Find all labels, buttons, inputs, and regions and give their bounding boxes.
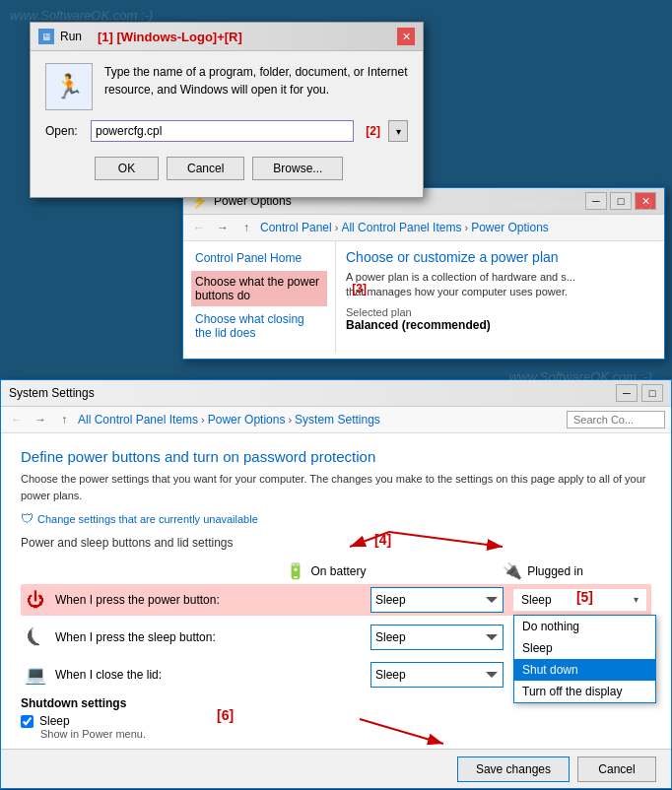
power-button-label: When I press the power button: bbox=[50, 593, 366, 607]
power-button-icon: ⏻ bbox=[21, 585, 50, 615]
power-nav-bar: ← → ↑ Control Panel › All Control Panel … bbox=[183, 215, 664, 241]
power-body: Control Panel Home Choose what the power… bbox=[183, 241, 664, 353]
power-main-heading: Choose or customize a power plan bbox=[346, 249, 654, 265]
nav-up-arrow[interactable]: ↑ bbox=[236, 218, 256, 237]
dropdown-arrow-icon: ▾ bbox=[634, 594, 638, 605]
run-main-icon: 🏃 bbox=[45, 63, 93, 110]
run-ok-button[interactable]: OK bbox=[95, 157, 159, 180]
sys-search-input[interactable] bbox=[567, 411, 665, 428]
power-main-desc1: A power plan is a collection of hardware… bbox=[346, 270, 654, 285]
power-plugged-value-text: Sleep bbox=[521, 593, 552, 607]
lid-label: When I close the lid: bbox=[50, 668, 366, 682]
breadcrumb-item2[interactable]: All Control Panel Items bbox=[341, 221, 461, 234]
sys-maximize-button[interactable]: □ bbox=[641, 384, 663, 402]
sys-nav-forward[interactable]: → bbox=[31, 410, 50, 429]
sys-breadcrumb: All Control Panel Items › Power Options … bbox=[78, 413, 563, 427]
sys-footer: Save changes Cancel bbox=[1, 749, 671, 788]
sys-description: Choose the power settings that you want … bbox=[21, 471, 651, 503]
nav-back-arrow[interactable]: ← bbox=[189, 218, 209, 237]
sys-nav-bar: ← → ↑ All Control Panel Items › Power Op… bbox=[1, 407, 671, 433]
run-step1-label: [1] [Windows-Logo]+[R] bbox=[98, 30, 242, 44]
sleep-button-label: When I press the sleep button: bbox=[50, 630, 366, 644]
sys-change-link[interactable]: 🛡 Change settings that are currently una… bbox=[21, 511, 651, 526]
breadcrumb-item3[interactable]: Power Options bbox=[471, 221, 549, 234]
run-close-button[interactable]: ✕ bbox=[397, 28, 415, 45]
power-button-row: ⏻ When I press the power button: Sleep D… bbox=[21, 584, 651, 616]
col-header-battery-label: On battery bbox=[310, 564, 366, 578]
lid-icon: 💻 bbox=[21, 660, 50, 690]
sys-breadcrumb-item2[interactable]: Power Options bbox=[208, 413, 286, 427]
sys-subsection-title: Power and sleep buttons and lid settings bbox=[21, 536, 651, 550]
shutdown-sleep-checkbox[interactable] bbox=[21, 715, 34, 728]
shutdown-sleep-row: Sleep bbox=[21, 714, 651, 728]
step3-label: [3] bbox=[352, 282, 367, 296]
shutdown-sleep-label: Sleep bbox=[39, 714, 70, 728]
sys-breadcrumb-item3[interactable]: System Settings bbox=[295, 413, 380, 427]
sys-title-controls: ─ □ bbox=[616, 384, 663, 402]
shield-icon: 🛡 bbox=[21, 511, 34, 526]
run-titlebar-left: 🖥 Run [1] [Windows-Logo]+[R] bbox=[38, 29, 242, 44]
power-battery-dropdown[interactable]: Sleep Do nothing Shut down Turn off the … bbox=[370, 587, 504, 613]
sys-body: Define power buttons and turn on passwor… bbox=[1, 433, 671, 755]
power-options-close[interactable]: ✕ bbox=[635, 192, 656, 210]
run-description: Type the name of a program, folder, docu… bbox=[104, 63, 408, 99]
lid-battery-dropdown-area: Sleep Do nothing Shut down bbox=[370, 662, 504, 688]
save-changes-button[interactable]: Save changes bbox=[457, 757, 570, 782]
lid-battery-dropdown[interactable]: Sleep Do nothing Shut down bbox=[370, 662, 504, 688]
power-sidebar-buttons[interactable]: Choose what the power buttons do [3] bbox=[191, 271, 327, 306]
run-command-input[interactable] bbox=[91, 120, 354, 142]
power-sidebar-home[interactable]: Control Panel Home bbox=[191, 249, 327, 267]
sleep-battery-dropdown[interactable]: Sleep Do nothing Shut down bbox=[370, 625, 504, 650]
sys-change-link-text: Change settings that are currently unava… bbox=[37, 513, 258, 525]
step5-label: [5] bbox=[576, 589, 593, 605]
power-main-desc2: that manages how your computer uses powe… bbox=[346, 285, 654, 299]
sys-heading: Define power buttons and turn on passwor… bbox=[21, 448, 651, 465]
power-plan-name: Balanced (recommended) bbox=[346, 318, 654, 332]
dropdown-option-sleep[interactable]: Sleep bbox=[514, 637, 655, 659]
system-settings-window: System Settings ─ □ ← → ↑ All Control Pa… bbox=[0, 379, 672, 789]
run-title: Run bbox=[60, 30, 82, 43]
run-open-row: Open: [2] ▾ bbox=[45, 120, 408, 142]
run-dialog: 🖥 Run [1] [Windows-Logo]+[R] ✕ 🏃 Type th… bbox=[30, 22, 424, 198]
run-titlebar: 🖥 Run [1] [Windows-Logo]+[R] ✕ bbox=[31, 23, 423, 51]
power-plugged-dropdown-open: Do nothing Sleep Shut down Turn off the … bbox=[513, 615, 656, 703]
run-cancel-button[interactable]: Cancel bbox=[167, 157, 244, 180]
sys-breadcrumb-item1[interactable]: All Control Panel Items bbox=[78, 413, 198, 427]
sys-minimize-button[interactable]: ─ bbox=[616, 384, 638, 402]
battery-icon: 🔋 bbox=[286, 561, 305, 580]
power-battery-dropdown-area: Sleep Do nothing Shut down Turn off the … bbox=[370, 587, 504, 613]
settings-col-headers: 🔋 On battery 🔌 Plugged in bbox=[21, 561, 651, 580]
power-options-window: ⚡ Power Options ─ □ ✕ ← → ↑ Control Pane… bbox=[182, 187, 665, 360]
power-plan-label: Selected plan bbox=[346, 306, 654, 318]
run-app-icon: 🖥 bbox=[38, 29, 54, 44]
run-buttons-row: OK Cancel Browse... bbox=[45, 152, 408, 185]
cancel-button[interactable]: Cancel bbox=[577, 757, 656, 782]
watermark-top: www.SoftwareOK.com :-) bbox=[10, 8, 153, 23]
run-open-label: Open: bbox=[45, 124, 83, 138]
step4-label: [4] bbox=[374, 532, 391, 548]
power-options-minimize[interactable]: ─ bbox=[585, 192, 607, 210]
sleep-button-icon: ⏾ bbox=[21, 623, 50, 652]
sleep-battery-dropdown-area: Sleep Do nothing Shut down bbox=[370, 625, 504, 650]
run-browse-button[interactable]: Browse... bbox=[252, 157, 343, 180]
run-desc-row: 🏃 Type the name of a program, folder, do… bbox=[45, 63, 408, 110]
step6-label: [6] bbox=[217, 707, 234, 723]
dropdown-option-display[interactable]: Turn off the display bbox=[514, 681, 655, 702]
shutdown-sleep-sub: Show in Power menu. bbox=[40, 728, 651, 740]
sys-nav-up[interactable]: ↑ bbox=[54, 410, 74, 429]
power-sidebar: Control Panel Home Choose what the power… bbox=[183, 241, 336, 353]
shutdown-section: Shutdown settings Sleep Show in Power me… bbox=[21, 696, 651, 740]
power-sidebar-lid[interactable]: Choose what closing the lid does bbox=[191, 310, 327, 342]
dropdown-option-nothing[interactable]: Do nothing bbox=[514, 616, 655, 637]
run-step2-label: [2] bbox=[366, 124, 380, 138]
breadcrumb-bar: Control Panel › All Control Panel Items … bbox=[260, 221, 658, 234]
breadcrumb-item1[interactable]: Control Panel bbox=[260, 221, 332, 234]
nav-forward-arrow[interactable]: → bbox=[213, 218, 233, 237]
sys-title: System Settings bbox=[9, 386, 95, 400]
col-header-plugged-label: Plugged in bbox=[527, 564, 583, 578]
sys-nav-back[interactable]: ← bbox=[7, 410, 27, 429]
power-options-maximize[interactable]: □ bbox=[610, 192, 632, 210]
col-header-battery: 🔋 On battery bbox=[218, 561, 435, 580]
run-dropdown-button[interactable]: ▾ bbox=[388, 120, 408, 142]
dropdown-option-shutdown[interactable]: Shut down bbox=[514, 659, 655, 681]
